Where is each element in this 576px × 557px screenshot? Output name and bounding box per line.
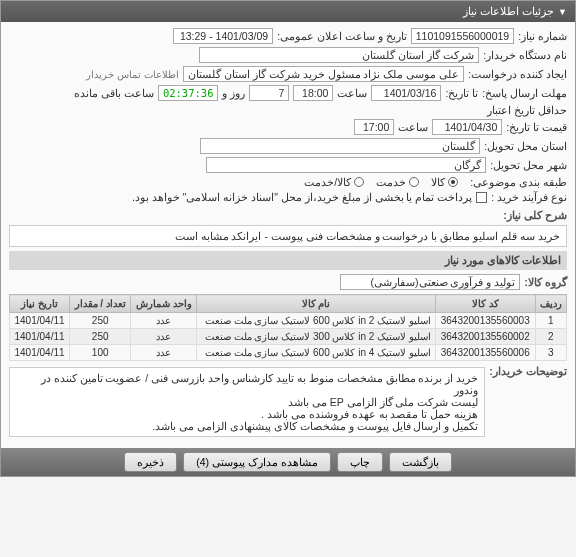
buy-type-label: نوع فرآیند خرید : — [491, 191, 567, 203]
cell-name: اسلیو لاستیک in 4 کلاس 600 لاستیک سازی م… — [197, 345, 436, 361]
cell-qty: 250 — [70, 313, 131, 329]
cell-code: 3643200135560003 — [435, 313, 535, 329]
th-name: نام کالا — [197, 295, 436, 313]
day-count: 7 — [249, 85, 289, 101]
cell-unit: عدد — [131, 345, 197, 361]
time-label-2: ساعت — [398, 121, 428, 133]
th-code: کد کالا — [435, 295, 535, 313]
deadline-label: مهلت ارسال پاسخ: — [482, 87, 567, 99]
table-row[interactable]: 1 3643200135560003 اسلیو لاستیک in 2 کلا… — [10, 313, 567, 329]
cell-n: 2 — [535, 329, 566, 345]
explain-line-4: تکمیل و ارسال فایل پیوست و مشخصات کالای … — [16, 420, 478, 432]
credit-time: 17:00 — [354, 119, 394, 135]
buyer-field: شرکت گاز استان گلستان — [199, 47, 479, 63]
cell-date: 1401/04/11 — [10, 313, 70, 329]
table-row[interactable]: 2 3643200135560002 اسلیو لاستیک in 2 کلا… — [10, 329, 567, 345]
radio-goods[interactable]: کالا — [431, 176, 458, 188]
th-qty: تعداد / مقدار — [70, 295, 131, 313]
th-date: تاریخ نیاز — [10, 295, 70, 313]
radio-both[interactable]: کالا/خدمت — [304, 176, 364, 188]
cell-date: 1401/04/11 — [10, 329, 70, 345]
back-button[interactable]: بازگشت — [389, 452, 452, 472]
radio-both-label: کالا/خدمت — [304, 176, 351, 188]
price-to-label: قیمت تا تاریخ: — [506, 121, 567, 133]
buy-type-checkbox[interactable] — [476, 192, 487, 203]
summary-text: خرید سه قلم اسلیو مطابق با درخواست و مشخ… — [9, 225, 567, 247]
announce-label: تاریخ و ساعت اعلان عمومی: — [277, 30, 407, 42]
cell-qty: 250 — [70, 329, 131, 345]
save-button[interactable]: ذخیره — [124, 452, 177, 472]
announce-field: 1401/03/09 - 13:29 — [173, 28, 273, 44]
radio-icon — [354, 177, 364, 187]
items-section-title: اطلاعات کالاهای مورد نیاز — [9, 251, 567, 270]
need-no-field: 1101091556000019 — [411, 28, 514, 44]
table-body: 1 3643200135560003 اسلیو لاستیک in 2 کلا… — [10, 313, 567, 361]
time-label-1: ساعت — [337, 87, 367, 99]
province-label: استان محل تحویل: — [484, 140, 567, 152]
group-field: تولید و فرآوری صنعتی(سفارشی) — [340, 274, 520, 290]
items-table: ردیف کد کالا نام کالا واحد شمارش تعداد /… — [9, 294, 567, 361]
explain-label: توضیحات خریدار: — [489, 365, 567, 378]
group-label: گروه کالا: — [524, 276, 567, 289]
table-row[interactable]: 3 3643200135560006 اسلیو لاستیک in 4 کلا… — [10, 345, 567, 361]
remain-label: ساعت باقی مانده — [74, 87, 154, 99]
creator-label: ایجاد کننده درخواست: — [468, 68, 567, 80]
deadline-time: 18:00 — [293, 85, 333, 101]
cell-unit: عدد — [131, 329, 197, 345]
radio-goods-label: کالا — [431, 176, 445, 188]
city-field: گرگان — [206, 157, 486, 173]
date-to-label: تا تاریخ: — [445, 87, 478, 99]
cell-name: اسلیو لاستیک in 2 کلاس 300 لاستیک سازی م… — [197, 329, 436, 345]
buy-type-note: پرداخت تمام یا بخشی از مبلغ خرید،از محل … — [132, 191, 472, 203]
print-button[interactable]: چاپ — [337, 452, 383, 472]
remain-time: 02:37:36 — [158, 85, 219, 101]
cell-qty: 100 — [70, 345, 131, 361]
credit-date: 1401/04/30 — [432, 119, 502, 135]
explain-box: خرید از برنده مطابق مشخصات منوط به تایید… — [9, 367, 485, 437]
chevron-down-icon: ▼ — [558, 7, 567, 17]
credit-label: حداقل تاریخ اعتبار — [487, 104, 567, 116]
cell-code: 3643200135560006 — [435, 345, 535, 361]
button-bar: بازگشت چاپ مشاهده مدارک پیوستی (4) ذخیره — [1, 448, 575, 476]
day-label: روز و — [222, 87, 245, 99]
creator-field: علی موسی ملک نژاد مسئول خرید شرکت گاز اس… — [183, 66, 464, 82]
cell-n: 3 — [535, 345, 566, 361]
radio-icon — [409, 177, 419, 187]
cell-n: 1 — [535, 313, 566, 329]
cell-date: 1401/04/11 — [10, 345, 70, 361]
city-label: شهر محل تحویل: — [490, 159, 567, 171]
explain-line-1: خرید از برنده مطابق مشخصات منوط به تایید… — [16, 372, 478, 396]
info-panel: ▼ جزئیات اطلاعات نیاز شماره نیاز: 110109… — [0, 0, 576, 477]
radio-service-label: خدمت — [376, 176, 406, 188]
cell-code: 3643200135560002 — [435, 329, 535, 345]
th-row: ردیف — [535, 295, 566, 313]
province-field: گلستان — [200, 138, 480, 154]
panel-header: ▼ جزئیات اطلاعات نیاز — [1, 1, 575, 22]
contact-info-link[interactable]: اطلاعات تماس خریدار — [86, 69, 179, 80]
radio-service[interactable]: خدمت — [376, 176, 419, 188]
radio-icon — [448, 177, 458, 187]
need-no-label: شماره نیاز: — [518, 30, 567, 42]
topic-label: طبقه بندی موضوعی: — [470, 176, 567, 188]
panel-body: شماره نیاز: 1101091556000019 تاریخ و ساع… — [1, 22, 575, 448]
deadline-date: 1401/03/16 — [371, 85, 441, 101]
summary-label: شرح کلی نیاز: — [503, 209, 567, 222]
cell-unit: عدد — [131, 313, 197, 329]
explain-line-3: هزینه حمل تا مقصد به عهده فروشنده می باش… — [16, 408, 478, 420]
cell-name: اسلیو لاستیک in 2 کلاس 600 لاستیک سازی م… — [197, 313, 436, 329]
th-unit: واحد شمارش — [131, 295, 197, 313]
explain-line-2: لیست شرکت ملی گاز الزامی EP می باشد — [16, 396, 478, 408]
panel-title: جزئیات اطلاعات نیاز — [463, 5, 554, 18]
attachments-button[interactable]: مشاهده مدارک پیوستی (4) — [183, 452, 331, 472]
buyer-label: نام دستگاه خریدار: — [483, 49, 567, 61]
